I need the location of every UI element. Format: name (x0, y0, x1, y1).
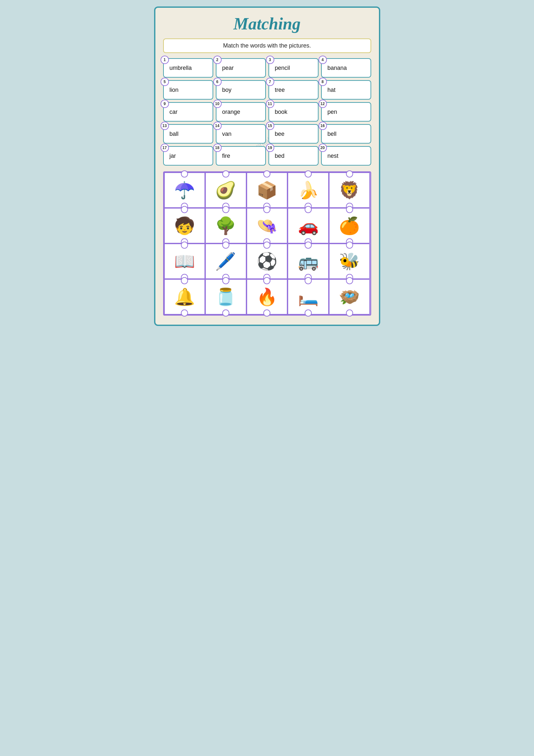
word-text: pen (328, 109, 337, 116)
picture-emoji: 🐝 (339, 253, 360, 270)
word-number: 19 (266, 144, 274, 152)
word-card: 6boy (216, 80, 266, 99)
picture-card-book[interactable]: 📖 (164, 243, 205, 279)
word-card: 9car (163, 102, 213, 122)
picture-emoji: 🛏️ (298, 288, 319, 305)
word-card: 7tree (268, 80, 318, 99)
word-text: tree (275, 87, 285, 94)
word-number: 16 (318, 122, 327, 130)
word-number: 2 (213, 56, 222, 64)
words-grid: 1umbrella2pear3pencil4banana5lion6boy7tr… (163, 58, 371, 166)
word-number: 11 (266, 99, 274, 108)
word-card: 10orange (216, 102, 266, 122)
word-number: 9 (161, 99, 169, 108)
picture-card-hat[interactable]: 👒 (246, 208, 288, 243)
picture-emoji: 🪺 (339, 288, 360, 305)
pictures-section: ☂️🥑📦🍌🦁🧒🌳👒🚗🍊📖🖊️⚽🚌🐝🔔🫙🔥🛏️🪺 (163, 171, 371, 315)
word-card: 19bed (268, 146, 318, 166)
picture-emoji: 📦 (257, 182, 277, 199)
picture-card-umbrella[interactable]: ☂️ (164, 172, 205, 208)
word-text: boy (222, 87, 232, 94)
word-card: 12pen (321, 102, 371, 122)
word-number: 7 (266, 78, 274, 86)
picture-emoji: 📖 (174, 253, 195, 270)
word-text: bed (275, 153, 285, 159)
word-card: 4banana (321, 58, 371, 78)
word-text: pear (222, 65, 234, 71)
word-number: 4 (318, 56, 327, 64)
word-card: 5lion (163, 80, 213, 99)
word-card: 18fire (216, 146, 266, 166)
word-number: 12 (318, 99, 327, 108)
word-number: 8 (318, 78, 327, 86)
word-text: lion (169, 87, 179, 94)
word-number: 6 (213, 78, 222, 86)
word-text: van (222, 131, 232, 137)
picture-card-pencil-box[interactable]: 📦 (246, 172, 288, 208)
word-number: 20 (318, 144, 327, 152)
word-text: banana (328, 65, 347, 71)
picture-emoji: 🍌 (298, 182, 319, 199)
word-card: 17jar (163, 146, 213, 166)
picture-card-van[interactable]: 🚌 (288, 243, 329, 279)
main-page: ESLprintables.com Matching Match the wor… (154, 7, 380, 326)
picture-card-bed[interactable]: 🛏️ (288, 279, 329, 315)
word-card: 15bee (268, 124, 318, 144)
word-text: pencil (275, 65, 290, 71)
picture-emoji: 🧒 (174, 217, 195, 234)
word-card: 11book (268, 102, 318, 122)
word-card: 8hat (321, 80, 371, 99)
picture-emoji: 🚌 (298, 253, 319, 270)
word-card: 14van (216, 124, 266, 144)
word-card: 20nest (321, 146, 371, 166)
picture-emoji: ⚽ (257, 253, 277, 270)
word-card: 1umbrella (163, 58, 213, 78)
word-text: car (169, 109, 178, 116)
page-title: Matching (163, 14, 371, 33)
word-number: 3 (266, 56, 274, 64)
word-number: 14 (213, 122, 222, 130)
picture-card-nest[interactable]: 🪺 (329, 279, 370, 315)
picture-card-avocado/pear[interactable]: 🥑 (205, 172, 246, 208)
word-text: ball (169, 131, 179, 137)
picture-card-orange[interactable]: 🍊 (329, 208, 370, 243)
word-number: 13 (161, 122, 169, 130)
picture-emoji: 🖊️ (215, 253, 236, 270)
picture-emoji: 👒 (257, 217, 277, 234)
word-text: jar (169, 153, 176, 159)
picture-emoji: 🚗 (298, 217, 319, 234)
instruction-text: Match the words with the pictures. (223, 42, 311, 49)
word-card: 13ball (163, 124, 213, 144)
word-number: 15 (266, 122, 274, 130)
picture-card-jar[interactable]: 🫙 (205, 279, 246, 315)
picture-card-lion[interactable]: 🦁 (329, 172, 370, 208)
picture-emoji: 🦁 (339, 182, 360, 199)
picture-card-boy[interactable]: 🧒 (164, 208, 205, 243)
picture-emoji: 🥑 (215, 182, 236, 199)
picture-card-ball[interactable]: ⚽ (246, 243, 288, 279)
word-text: orange (222, 109, 240, 116)
picture-card-bell[interactable]: 🔔 (164, 279, 205, 315)
word-card: 2pear (216, 58, 266, 78)
word-text: bell (328, 131, 337, 137)
word-number: 17 (161, 144, 169, 152)
picture-emoji: 🍊 (339, 217, 360, 234)
picture-emoji: 🔔 (174, 288, 195, 305)
word-number: 5 (161, 78, 169, 86)
picture-card-tree[interactable]: 🌳 (205, 208, 246, 243)
picture-card-fire[interactable]: 🔥 (246, 279, 288, 315)
word-number: 18 (213, 144, 222, 152)
picture-card-pen[interactable]: 🖊️ (205, 243, 246, 279)
word-text: bee (275, 131, 285, 137)
picture-card-car[interactable]: 🚗 (288, 208, 329, 243)
word-card: 16bell (321, 124, 371, 144)
instruction-box: Match the words with the pictures. (163, 39, 371, 53)
picture-card-banana[interactable]: 🍌 (288, 172, 329, 208)
word-text: fire (222, 153, 230, 159)
word-text: hat (328, 87, 336, 94)
word-text: nest (328, 153, 339, 159)
picture-card-bee[interactable]: 🐝 (329, 243, 370, 279)
picture-emoji: ☂️ (174, 182, 195, 199)
picture-emoji: 🔥 (257, 288, 277, 305)
word-card: 3pencil (268, 58, 318, 78)
